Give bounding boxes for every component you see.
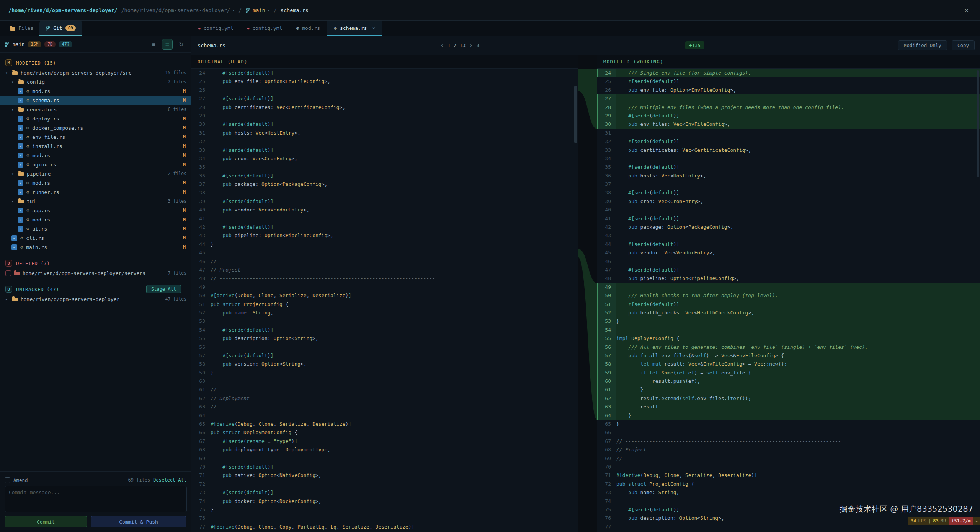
line-number: 76 xyxy=(597,514,616,522)
line-number: 64 xyxy=(191,412,211,420)
code-line: 68// Project xyxy=(597,446,980,454)
tree-file-deploy.rs[interactable]: ✓⚙deploy.rsM xyxy=(0,114,191,123)
code-text: pub env_file: Option<EnvFileConfig>, xyxy=(616,86,980,94)
line-number: 72 xyxy=(191,480,211,488)
tree-folder-generators[interactable]: ▾generators6 files xyxy=(0,105,191,114)
tree-file-app.rs[interactable]: ✓⚙app.rsM xyxy=(0,206,191,215)
line-number: 41 xyxy=(191,215,211,223)
breadcrumb-cwd[interactable]: /home/riven/d/opm-servers-deployer/▾ xyxy=(121,7,235,13)
collapse-arrow-icon[interactable]: ▸ xyxy=(973,517,980,525)
scrollbar-thumb[interactable] xyxy=(977,70,979,177)
tree-file-nginx.rs[interactable]: ✓⚙nginx.rsM xyxy=(0,160,191,169)
chevron-down-icon[interactable]: ▾ xyxy=(5,71,9,75)
breadcrumb-project-path[interactable]: /home/riven/d/opm-servers-deployer/ xyxy=(8,7,117,13)
stage-checkbox[interactable]: ✓ xyxy=(18,116,23,122)
chevron-down-icon[interactable]: ▾ xyxy=(11,199,15,203)
tree-view-icon[interactable]: ≣ xyxy=(162,39,173,50)
file-name: deploy.rs xyxy=(32,116,59,122)
tree-folder-config[interactable]: ▾config2 files xyxy=(0,77,191,86)
tree-folder-opm-servers-deployer[interactable]: ▸home/riven/d/opm-servers-deployer47 fil… xyxy=(0,294,191,304)
chevron-down-icon[interactable]: ▾ xyxy=(11,107,15,112)
tree-file-install.rs[interactable]: ✓⚙install.rsM xyxy=(0,142,191,151)
commit-and-push-button[interactable]: Commit & Push xyxy=(91,516,186,527)
scrollbar-thumb[interactable] xyxy=(574,86,577,143)
stage-all-button[interactable]: Stage All xyxy=(146,285,181,293)
list-view-icon[interactable]: ≡ xyxy=(148,39,159,50)
current-branch-label[interactable]: main xyxy=(13,41,24,47)
section-header-modified[interactable]: MMODIFIED (15) xyxy=(0,57,191,68)
prev-hunk-icon[interactable]: ‹ xyxy=(440,42,444,49)
commit-button[interactable]: Commit xyxy=(5,516,87,527)
tab-files[interactable]: Files xyxy=(4,21,39,36)
folder-name: home/riven/d/opm-servers-deployer xyxy=(21,296,119,302)
stage-checkbox[interactable]: ✓ xyxy=(18,98,23,103)
breadcrumb-branch[interactable]: main ▾ xyxy=(245,7,270,13)
stage-checkbox[interactable]: ✓ xyxy=(18,125,23,131)
git-count-badge: 69 xyxy=(65,25,76,31)
deselect-all-link[interactable]: Deselect All xyxy=(153,477,186,483)
code-line: 47 #[serde(default)] xyxy=(597,266,980,274)
stage-checkbox[interactable]: ✓ xyxy=(18,88,23,94)
code-line: 39 pub cron: Vec<CronEntry>, xyxy=(597,197,980,206)
stage-checkbox[interactable]: ✓ xyxy=(18,208,23,213)
amend-checkbox[interactable] xyxy=(5,477,10,483)
line-number: 50 xyxy=(191,291,211,300)
tab-config-yml-1[interactable]: ● config.yml xyxy=(191,21,240,36)
code-text xyxy=(616,155,980,163)
rust-file-icon: ⚙ xyxy=(296,25,299,31)
section-header-deleted[interactable]: DDELETED (7) xyxy=(0,258,191,268)
tree-file-runner.rs[interactable]: ✓⚙runner.rsM xyxy=(0,187,191,197)
code-line: 28 pub certificates: Vec<CertificateConf… xyxy=(191,103,578,112)
chevron-down-icon[interactable]: ▾ xyxy=(11,172,15,176)
folder-icon xyxy=(18,108,24,112)
tree-file-mod.rs[interactable]: ✓⚙mod.rsM xyxy=(0,215,191,224)
line-number: 37 xyxy=(191,180,211,189)
chevron-right-icon[interactable]: ▸ xyxy=(5,297,9,301)
stage-checkbox[interactable]: ✓ xyxy=(11,244,17,250)
stage-checkbox[interactable] xyxy=(5,270,11,276)
tree-file-main.rs[interactable]: ✓⚙main.rsM xyxy=(0,242,191,252)
chevron-down-icon[interactable]: ▾ xyxy=(11,80,15,84)
code-text: #[serde(default)] xyxy=(211,146,578,155)
tree-file-mod.rs[interactable]: ✓⚙mod.rsM xyxy=(0,86,191,96)
refresh-icon[interactable]: ↻ xyxy=(176,39,186,50)
stage-checkbox[interactable]: ✓ xyxy=(18,217,23,223)
stage-checkbox[interactable]: ✓ xyxy=(18,180,23,186)
tree-file-cli.rs[interactable]: ✓⚙cli.rsM xyxy=(0,233,191,242)
line-number: 42 xyxy=(597,223,616,231)
tree-folder-pipeline[interactable]: ▾pipeline2 files xyxy=(0,169,191,178)
tab-config-yml-2[interactable]: ● config.yml xyxy=(240,21,289,36)
stage-checkbox[interactable]: ✓ xyxy=(18,134,23,140)
code-line: 72 xyxy=(191,480,578,488)
next-hunk-icon[interactable]: › xyxy=(469,42,473,49)
tree-folder-servers[interactable]: home/riven/d/opm-servers-deployer/server… xyxy=(0,268,191,278)
tab-git[interactable]: Git 69 xyxy=(39,21,82,36)
stage-checkbox[interactable]: ✓ xyxy=(18,189,23,195)
commit-message-input[interactable] xyxy=(5,486,187,512)
line-number: 55 xyxy=(191,334,211,343)
line-number: 61 xyxy=(191,386,211,394)
close-icon[interactable]: × xyxy=(962,5,972,16)
jump-icon[interactable]: ↕ xyxy=(477,42,480,49)
copy-button[interactable]: Copy xyxy=(952,40,975,50)
tree-folder-src[interactable]: ▾home/riven/d/opm-servers-deployer/src15… xyxy=(0,68,191,77)
tree-file-mod.rs[interactable]: ✓⚙mod.rsM xyxy=(0,178,191,187)
tree-file-env_file.rs[interactable]: ✓⚙env_file.rsM xyxy=(0,132,191,142)
tab-mod-rs[interactable]: ⚙ mod.rs xyxy=(289,21,327,36)
stage-checkbox[interactable]: ✓ xyxy=(18,226,23,232)
tree-folder-tui[interactable]: ▾tui3 files xyxy=(0,197,191,206)
tab-schema-rs[interactable]: ⚙ schema.rs × xyxy=(327,21,382,36)
code-line: 53 xyxy=(191,317,578,325)
stage-checkbox[interactable]: ✓ xyxy=(18,153,23,158)
tree-file-ui.rs[interactable]: ✓⚙ui.rsM xyxy=(0,224,191,233)
tree-file-schema.rs[interactable]: ✓⚙schema.rsM xyxy=(0,96,191,105)
modified-only-button[interactable]: Modified Only xyxy=(898,40,947,50)
stage-checkbox[interactable]: ✓ xyxy=(18,143,23,149)
close-tab-icon[interactable]: × xyxy=(372,25,375,31)
stage-checkbox[interactable]: ✓ xyxy=(18,162,23,168)
stage-checkbox[interactable]: ✓ xyxy=(11,235,17,241)
section-header-untracked[interactable]: UUNTRACKED (47)Stage All xyxy=(0,284,191,294)
tree-file-docker_compose.rs[interactable]: ✓⚙docker_compose.rsM xyxy=(0,123,191,132)
tree-file-mod.rs[interactable]: ✓⚙mod.rsM xyxy=(0,151,191,160)
code-text: } xyxy=(211,369,578,377)
